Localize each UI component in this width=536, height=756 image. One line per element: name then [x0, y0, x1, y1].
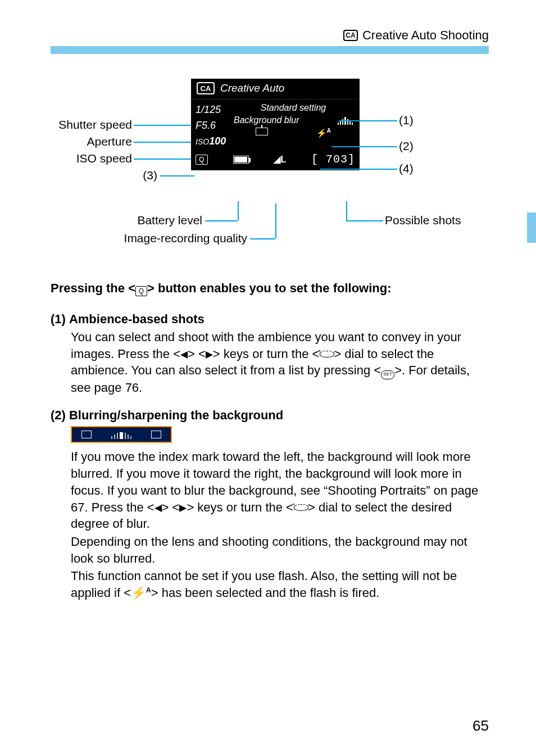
- left-key-icon: ◀: [155, 502, 162, 515]
- screen-mode-icon: CA: [197, 82, 215, 94]
- q-button-icon: Q: [196, 155, 208, 165]
- label-battery-level: Battery level: [93, 214, 202, 227]
- label-4: (4): [399, 162, 414, 175]
- q-icon-inline: Q: [135, 286, 147, 296]
- main-dial-icon: [319, 350, 334, 359]
- sharp-icon: [151, 431, 161, 438]
- right-key-icon: ▶: [179, 502, 187, 515]
- screen-bg-blur-label: Background blur: [234, 115, 299, 125]
- screen-mode-title: Creative Auto: [220, 82, 284, 94]
- section-2-body-1: If you move the index mark toward the le…: [71, 449, 489, 532]
- screen-ambience: Standard setting: [231, 102, 355, 114]
- right-key-icon: ▶: [206, 348, 213, 361]
- section-2-body-2: Depending on the lens and shooting condi…: [71, 533, 489, 567]
- blurred-icon: [81, 431, 92, 438]
- label-aperture: Aperture: [51, 135, 132, 148]
- screen-iso-value: 100: [209, 135, 226, 147]
- accent-band: [51, 46, 489, 54]
- blur-slider-graphic: [71, 426, 172, 443]
- camera-screen: CA Creative Auto 1/125 F5.6 ISO100 Stand…: [191, 79, 360, 170]
- label-1: (1): [399, 114, 414, 127]
- page-number: 65: [473, 717, 489, 735]
- drive-single-shot-icon: [256, 128, 268, 135]
- section-2-body-3: This function cannot be set if you use f…: [71, 568, 489, 601]
- blur-scale-icon: [111, 430, 131, 439]
- flash-auto-inline-icon: ⚡A: [131, 586, 151, 600]
- screen-aperture: F5.6: [196, 117, 231, 133]
- intro-heading: Pressing the <Q> button enables you to s…: [51, 281, 489, 296]
- ca-mode-icon: CA: [343, 30, 358, 41]
- label-shutter-speed: Shutter speed: [51, 118, 132, 132]
- screen-diagram: Shutter speed Aperture ISO speed (3) CA …: [51, 79, 489, 264]
- label-3: (3): [124, 169, 157, 182]
- screen-shots-remaining: [ 703]: [311, 153, 355, 166]
- page-header: CA Creative Auto Shooting: [51, 0, 489, 43]
- label-iso-speed: ISO speed: [51, 152, 132, 165]
- section-2-heading: (2) Blurring/sharpening the background: [51, 408, 489, 423]
- flash-auto-icon: ⚡A: [316, 128, 331, 138]
- header-title: Creative Auto Shooting: [362, 28, 489, 43]
- label-2: (2): [399, 139, 414, 153]
- main-dial-icon: [293, 504, 308, 512]
- section-1-body: You can select and shoot with the ambien…: [71, 329, 489, 396]
- label-possible-shots: Possible shots: [385, 214, 461, 227]
- quality-icon: ◢L: [274, 154, 286, 165]
- screen-shutter: 1/125: [196, 102, 231, 117]
- left-key-icon: ◀: [180, 348, 188, 361]
- label-image-quality: Image-recording quality: [73, 232, 247, 245]
- section-1-heading: (1) Ambience-based shots: [51, 312, 489, 327]
- set-button-icon: SET: [381, 370, 394, 379]
- screen-iso-label: ISO: [196, 137, 209, 146]
- edge-tab: [527, 212, 536, 243]
- battery-icon: [233, 156, 249, 164]
